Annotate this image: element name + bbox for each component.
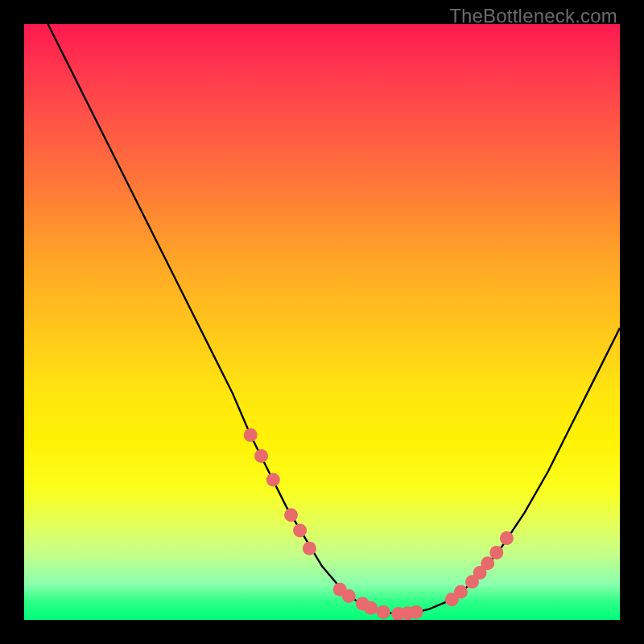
data-marker xyxy=(409,605,423,619)
data-markers xyxy=(244,428,514,620)
data-marker xyxy=(303,542,316,555)
watermark-text: TheBottleneck.com xyxy=(449,5,617,27)
data-marker xyxy=(254,449,268,463)
chart-frame: TheBottleneck.com xyxy=(0,0,644,644)
data-marker xyxy=(500,531,514,545)
data-marker xyxy=(284,508,298,522)
bottleneck-curve xyxy=(48,24,620,614)
plot-area xyxy=(24,24,620,620)
data-marker xyxy=(481,556,494,570)
data-marker xyxy=(377,605,390,619)
data-marker xyxy=(454,585,468,599)
data-marker xyxy=(364,601,378,615)
data-marker xyxy=(342,589,356,603)
chart-svg xyxy=(24,24,620,620)
data-marker xyxy=(266,473,280,487)
data-marker xyxy=(293,524,307,538)
data-marker xyxy=(244,428,258,442)
data-marker xyxy=(489,546,503,559)
